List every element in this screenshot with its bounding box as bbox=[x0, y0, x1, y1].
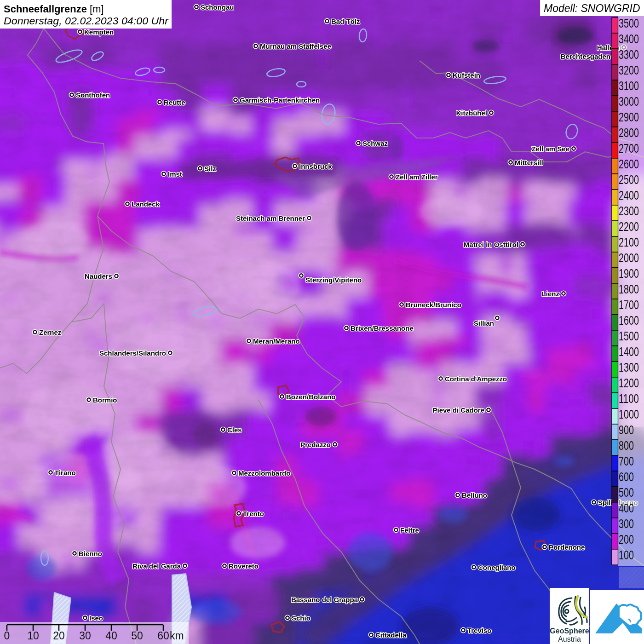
svg-text:10: 10 bbox=[27, 630, 39, 642]
svg-text:1200: 1200 bbox=[619, 376, 639, 390]
svg-text:1900: 1900 bbox=[619, 266, 639, 281]
svg-text:Pordenone: Pordenone bbox=[549, 543, 585, 551]
svg-text:Sonthofen: Sonthofen bbox=[76, 91, 110, 99]
svg-text:1000: 1000 bbox=[619, 407, 639, 421]
svg-text:Matrei in Osttirol: Matrei in Osttirol bbox=[464, 241, 518, 248]
svg-text:Bad Tölz: Bad Tölz bbox=[331, 17, 360, 25]
svg-text:2900: 2900 bbox=[619, 110, 639, 124]
svg-text:Modell: SNOWGRID: Modell: SNOWGRID bbox=[544, 2, 640, 14]
svg-text:2000: 2000 bbox=[619, 251, 639, 265]
svg-text:1500: 1500 bbox=[619, 329, 639, 343]
svg-text:Schongau: Schongau bbox=[201, 3, 234, 11]
svg-text:300: 300 bbox=[619, 517, 634, 531]
svg-text:Cortina d'Ampezzo: Cortina d'Ampezzo bbox=[445, 375, 507, 383]
svg-text:Silz: Silz bbox=[204, 165, 216, 172]
svg-text:1400: 1400 bbox=[619, 345, 639, 359]
svg-text:Garmisch-Partenkirchen: Garmisch-Partenkirchen bbox=[240, 96, 320, 104]
svg-text:Imst: Imst bbox=[168, 170, 182, 178]
svg-text:Kufstein: Kufstein bbox=[453, 71, 480, 79]
svg-text:1300: 1300 bbox=[619, 360, 639, 374]
svg-text:2300: 2300 bbox=[619, 204, 639, 218]
svg-text:Belluno: Belluno bbox=[462, 491, 487, 499]
svg-text:Mittersill: Mittersill bbox=[515, 159, 543, 167]
svg-text:Lienz: Lienz bbox=[542, 290, 559, 298]
svg-text:Bassano del Grappa: Bassano del Grappa bbox=[291, 596, 358, 604]
svg-text:Zell am See: Zell am See bbox=[531, 145, 569, 153]
svg-text:Brixen/Bressanone: Brixen/Bressanone bbox=[351, 324, 414, 332]
svg-text:2600: 2600 bbox=[619, 157, 639, 171]
svg-text:Riva del Garda: Riva del Garda bbox=[132, 562, 181, 570]
svg-text:Steinach am Brenner: Steinach am Brenner bbox=[236, 214, 305, 222]
svg-text:Iseo: Iseo bbox=[89, 614, 103, 622]
svg-text:1100: 1100 bbox=[619, 391, 639, 406]
svg-text:3500: 3500 bbox=[619, 16, 639, 30]
svg-text:Treviso: Treviso bbox=[467, 627, 492, 634]
svg-text:Meran/Merano: Meran/Merano bbox=[253, 337, 300, 345]
svg-text:Cittadella: Cittadella bbox=[375, 631, 407, 639]
svg-text:Schlanders/Silandro: Schlanders/Silandro bbox=[99, 349, 166, 357]
svg-text:Landeck: Landeck bbox=[132, 200, 160, 208]
svg-text:Bozen/Bolzano: Bozen/Bolzano bbox=[286, 393, 336, 401]
svg-text:2200: 2200 bbox=[619, 219, 639, 234]
svg-text:0: 0 bbox=[4, 630, 10, 642]
svg-text:Predazzo: Predazzo bbox=[300, 441, 331, 448]
svg-text:Sillian: Sillian bbox=[474, 319, 494, 327]
svg-text:1700: 1700 bbox=[619, 298, 639, 312]
svg-text:500: 500 bbox=[619, 485, 634, 500]
svg-text:Innsbruck: Innsbruck bbox=[299, 162, 332, 170]
svg-text:2500: 2500 bbox=[619, 172, 639, 187]
svg-text:Zernez: Zernez bbox=[39, 328, 61, 336]
svg-text:3400: 3400 bbox=[619, 32, 639, 46]
svg-text:2400: 2400 bbox=[619, 188, 639, 202]
svg-text:Feltre: Feltre bbox=[400, 526, 419, 534]
svg-text:Pieve di Cadore: Pieve di Cadore bbox=[432, 406, 484, 414]
svg-text:200: 200 bbox=[619, 532, 634, 546]
svg-text:2800: 2800 bbox=[619, 126, 639, 140]
svg-text:Cles: Cles bbox=[227, 426, 242, 434]
svg-text:Schio: Schio bbox=[292, 614, 310, 622]
svg-text:900: 900 bbox=[619, 423, 634, 437]
svg-text:Kempten: Kempten bbox=[84, 28, 114, 36]
svg-text:2700: 2700 bbox=[619, 141, 639, 155]
svg-text:Tirano: Tirano bbox=[55, 469, 76, 477]
svg-text:Reutte: Reutte bbox=[164, 98, 185, 106]
svg-text:20: 20 bbox=[53, 630, 65, 642]
svg-text:Trento: Trento bbox=[243, 510, 264, 518]
svg-text:GeoSphere: GeoSphere bbox=[550, 627, 589, 635]
svg-text:50: 50 bbox=[131, 630, 143, 642]
svg-text:Kitzbühel: Kitzbühel bbox=[456, 109, 488, 117]
svg-text:700: 700 bbox=[619, 454, 634, 468]
svg-text:600: 600 bbox=[619, 470, 634, 484]
svg-text:800: 800 bbox=[619, 438, 634, 453]
svg-text:Conegliano: Conegliano bbox=[478, 564, 516, 571]
svg-text:2100: 2100 bbox=[619, 235, 639, 249]
svg-text:Schwaz: Schwaz bbox=[362, 139, 388, 147]
svg-text:40: 40 bbox=[105, 630, 117, 642]
svg-text:Sterzing/Vipiteno: Sterzing/Vipiteno bbox=[305, 276, 362, 284]
svg-text:Bienno: Bienno bbox=[79, 550, 102, 558]
svg-text:Rovereto: Rovereto bbox=[229, 562, 259, 570]
svg-text:60: 60 bbox=[157, 630, 169, 642]
svg-text:3000: 3000 bbox=[619, 94, 639, 109]
svg-text:1600: 1600 bbox=[619, 313, 639, 328]
svg-text:1800: 1800 bbox=[619, 282, 639, 296]
svg-text:400: 400 bbox=[619, 501, 634, 515]
svg-text:Bormio: Bormio bbox=[93, 396, 117, 404]
svg-text:km: km bbox=[170, 630, 184, 642]
svg-text:100: 100 bbox=[619, 548, 634, 562]
svg-text:Austria: Austria bbox=[558, 635, 581, 643]
svg-text:Mezzolombardo: Mezzolombardo bbox=[238, 469, 290, 477]
svg-text:Nauders: Nauders bbox=[85, 272, 112, 280]
svg-text:3200: 3200 bbox=[619, 63, 639, 77]
svg-text:Schneefallgrenze [m]: Schneefallgrenze [m] bbox=[4, 3, 104, 15]
svg-text:Bruneck/Brunico: Bruneck/Brunico bbox=[406, 301, 461, 309]
svg-text:Donnerstag, 02.02.2023 04:00 U: Donnerstag, 02.02.2023 04:00 Uhr bbox=[4, 15, 169, 27]
svg-text:30: 30 bbox=[79, 630, 91, 642]
svg-text:3300: 3300 bbox=[619, 47, 639, 62]
svg-text:3100: 3100 bbox=[619, 79, 639, 93]
svg-text:Berchtesgaden: Berchtesgaden bbox=[561, 52, 610, 60]
svg-text:Murnau am Staffelsee: Murnau am Staffelsee bbox=[260, 42, 331, 50]
svg-text:Zell am Ziller: Zell am Ziller bbox=[396, 173, 438, 181]
